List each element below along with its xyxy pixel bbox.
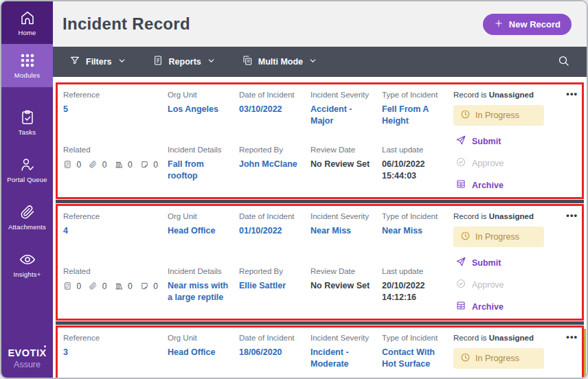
paper-plane-icon xyxy=(455,135,466,148)
record-menu-button[interactable]: ••• xyxy=(553,91,578,146)
incident-details-value[interactable]: Near miss with a large reptile xyxy=(168,280,232,303)
reports-menu[interactable]: Reports xyxy=(152,55,216,69)
in-progress-chip[interactable]: In Progress xyxy=(453,105,544,126)
status-badge: Unassigned xyxy=(489,212,534,220)
sidebar-item-label: Insights+ xyxy=(13,271,41,278)
chevron-down-icon xyxy=(207,56,216,68)
type-of-incident-value[interactable]: Fell From A Height xyxy=(382,104,446,127)
incident-severity-value[interactable]: Incident - Moderate xyxy=(310,347,375,370)
org-unit-value[interactable]: Head Office xyxy=(168,347,232,358)
approve-button[interactable]: Approve xyxy=(453,157,553,170)
evotix-logo: EVOTIX Assure xyxy=(1,347,53,378)
related-count: 0 xyxy=(153,160,158,170)
sidebar-item-label: Modules xyxy=(14,71,40,79)
incident-record-row[interactable]: Reference4 Org UnitHead Office Date of I… xyxy=(58,206,582,319)
related-items: 0 0 0 0 xyxy=(63,280,161,292)
date-of-incident-value[interactable]: 01/10/2022 xyxy=(239,225,304,237)
archive-icon xyxy=(455,300,466,313)
toolbar: Filters Reports Multi Mode xyxy=(53,47,587,77)
incident-record-row[interactable]: Reference5 Org UnitLos Angeles Date of I… xyxy=(58,84,582,197)
sidebar-item-portal-queue[interactable]: Portal Queue xyxy=(1,151,53,189)
date-of-incident-value[interactable]: 03/10/2022 xyxy=(239,104,304,115)
library-icon[interactable] xyxy=(115,280,124,292)
approve-button[interactable]: Approve xyxy=(453,278,553,291)
sidebar-item-insights[interactable]: Insights+ xyxy=(1,246,53,284)
archive-icon xyxy=(455,179,466,192)
field-label: Reported By xyxy=(239,267,304,275)
status-line: Record is Unassigned xyxy=(453,334,553,342)
field-label: Related xyxy=(63,146,161,154)
tasks-icon xyxy=(19,109,36,126)
paperclip-icon[interactable] xyxy=(89,280,98,292)
portal-queue-icon xyxy=(19,157,36,173)
type-of-incident-value[interactable]: Near Miss xyxy=(382,225,446,237)
modules-icon xyxy=(19,52,36,69)
field-label: Review Date xyxy=(310,267,375,275)
incident-severity-value[interactable]: Near Miss xyxy=(310,225,375,237)
form-icon[interactable] xyxy=(63,280,72,292)
org-unit-value[interactable]: Head Office xyxy=(168,225,232,237)
record-divider xyxy=(56,200,584,203)
type-of-incident-value[interactable]: Contact With Hot Surface xyxy=(382,347,446,370)
submit-button[interactable]: Submit xyxy=(453,256,553,269)
field-label: Org Unit xyxy=(168,212,232,220)
sidebar-item-attachments[interactable]: Attachments xyxy=(1,198,53,236)
filter-icon xyxy=(69,55,80,69)
field-label: Related xyxy=(63,267,161,275)
incident-severity-value[interactable]: Accident - Major xyxy=(310,104,375,127)
record-actions: Record is Unassigned In Progress Submit xyxy=(453,91,553,192)
chevron-down-icon xyxy=(117,56,126,68)
submit-button[interactable]: Submit xyxy=(453,135,553,148)
field-label: Date of Incident xyxy=(239,212,304,220)
record-menu-button[interactable]: ••• xyxy=(553,334,578,378)
field-label: Incident Details xyxy=(168,267,232,275)
related-count: 0 xyxy=(128,282,133,291)
incident-record-row[interactable]: Reference3 Org UnitHead Office Date of I… xyxy=(58,328,582,378)
records-list: Reference5 Org UnitLos Angeles Date of I… xyxy=(53,77,587,378)
sidebar-item-modules[interactable]: Modules xyxy=(1,44,53,87)
clock-icon xyxy=(460,109,471,122)
related-count: 0 xyxy=(102,282,107,291)
field-label: Reference xyxy=(63,212,161,220)
reported-by-value[interactable]: John McClane xyxy=(239,159,304,170)
paperclip-icon[interactable] xyxy=(89,159,98,170)
related-count: 0 xyxy=(153,282,158,291)
form-icon[interactable] xyxy=(63,159,72,170)
in-progress-chip[interactable]: In Progress xyxy=(453,227,544,247)
reference-link[interactable]: 4 xyxy=(63,225,161,237)
field-label: Type of Incident xyxy=(382,212,446,220)
status-line: Record is Unassigned xyxy=(453,91,553,99)
org-unit-value[interactable]: Los Angeles xyxy=(168,104,232,115)
field-label: Date of Incident xyxy=(239,334,304,342)
annotation-red-box: Reference4 Org UnitHead Office Date of I… xyxy=(56,204,584,321)
reference-link[interactable]: 5 xyxy=(63,104,161,115)
eye-icon xyxy=(19,251,36,268)
page-header: Incident Record New Record xyxy=(53,1,587,47)
report-icon xyxy=(152,55,163,69)
archive-button[interactable]: Archive xyxy=(453,179,553,192)
reported-by-value[interactable]: Ellie Sattler xyxy=(239,280,304,292)
last-update-value: 20/10/2022 14:12:16 xyxy=(382,280,446,303)
note-icon[interactable] xyxy=(140,280,149,292)
archive-button[interactable]: Archive xyxy=(453,300,553,313)
sidebar-item-label: Tasks xyxy=(19,128,36,136)
review-date-value: No Review Set xyxy=(310,280,375,292)
record-menu-button[interactable]: ••• xyxy=(553,212,578,267)
sidebar-item-home[interactable]: Home xyxy=(1,1,53,44)
note-icon[interactable] xyxy=(140,159,149,170)
date-of-incident-value[interactable]: 18/06/2020 xyxy=(239,347,304,358)
chevron-down-icon xyxy=(308,56,317,68)
reference-link[interactable]: 3 xyxy=(63,347,161,358)
related-count: 0 xyxy=(102,160,107,170)
field-label: Type of Incident xyxy=(382,91,446,99)
filters-menu[interactable]: Filters xyxy=(69,55,126,69)
multi-mode-menu[interactable]: Multi Mode xyxy=(242,55,317,69)
library-icon[interactable] xyxy=(115,159,124,170)
sidebar-item-tasks[interactable]: Tasks xyxy=(1,104,53,141)
new-record-button[interactable]: New Record xyxy=(483,14,572,35)
search-button[interactable] xyxy=(557,54,570,70)
field-label: Incident Severity xyxy=(310,212,375,220)
incident-details-value[interactable]: Fall from rooftop xyxy=(168,159,232,182)
multi-mode-icon xyxy=(242,55,253,69)
in-progress-chip[interactable]: In Progress xyxy=(453,348,544,369)
